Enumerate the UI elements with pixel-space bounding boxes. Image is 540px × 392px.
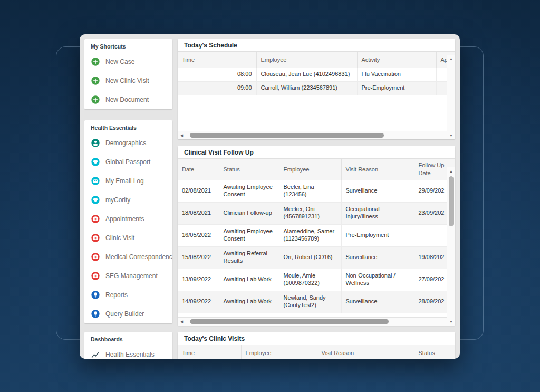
column-header-time[interactable]: Time (178, 52, 256, 68)
cell-visit-reason: Surveillance (341, 246, 414, 269)
medical-bag-icon (91, 252, 100, 262)
medical-bag-icon (91, 233, 100, 243)
column-header-visit-reason[interactable]: Visit Reason (317, 345, 414, 359)
sidebar-item-new-document[interactable]: New Document (84, 90, 172, 109)
column-header-employee[interactable]: Employee (279, 159, 341, 180)
sidebar-item-label: New Document (105, 96, 149, 103)
scrollbar-thumb[interactable] (449, 176, 454, 226)
cell-visit-reason: Non-Occupational / Wellness (341, 269, 414, 291)
cell-visit-reason: Surveillance (341, 291, 414, 313)
column-header-employee[interactable]: Employee (241, 345, 317, 359)
cell-employee: Alameddine, Samer (1123456789) (279, 224, 341, 246)
heart-icon (91, 195, 100, 205)
sidebar-item-label: Health Essentials (105, 351, 155, 358)
cell-status: Clinician Follow-up (219, 202, 279, 224)
scrollbar-thumb[interactable] (190, 319, 389, 324)
scroll-up-arrow-icon[interactable]: ▲ (447, 55, 455, 63)
background: My Shortcuts New Case New Clinic Visit N… (0, 0, 540, 392)
vertical-scrollbar[interactable]: ▲ ▼ (447, 55, 455, 139)
table-row[interactable]: 15/08/2022 Awaiting Referral Results Orr… (178, 246, 455, 269)
sidebar-item-dashboard-health-essentials[interactable]: Health Essentials (84, 345, 172, 359)
scroll-up-arrow-icon[interactable]: ▲ (447, 167, 455, 175)
sidebar-item-label: Medical Correspondence (105, 253, 172, 261)
sidebar-item-label: My Email Log (105, 177, 144, 185)
medical-bag-icon (91, 214, 100, 224)
horizontal-scrollbar[interactable]: ◀ ▶ (178, 131, 455, 139)
column-header-visit-reason[interactable]: Visit Reason (341, 159, 414, 180)
envelope-icon (91, 176, 100, 186)
sidebar-item-new-clinic-visit[interactable]: New Clinic Visit (84, 71, 172, 90)
sidebar-item-demographics[interactable]: Demographics (84, 133, 172, 152)
column-header-date[interactable]: Date (178, 159, 219, 180)
cell-employee: Newland, Sandy (CorityTest2) (279, 291, 341, 313)
sidebar-item-label: Query Builder (105, 310, 144, 318)
cell-date: 13/09/2022 (178, 269, 219, 291)
cell-date: 15/08/2022 (178, 246, 219, 269)
table-row[interactable]: 16/05/2022 Awaiting Employee Consent Ala… (178, 224, 455, 246)
column-header-status[interactable]: Status (219, 159, 279, 180)
horizontal-scrollbar[interactable]: ◀ ▶ (178, 317, 455, 326)
scroll-left-arrow-icon[interactable]: ◀ (178, 131, 186, 139)
todays-clinic-visits-panel: Today's Clinic Visits Time Employee Visi… (178, 332, 455, 359)
scroll-down-arrow-icon[interactable]: ▼ (447, 318, 455, 326)
app-window: My Shortcuts New Case New Clinic Visit N… (80, 34, 460, 359)
clinical-visit-follow-up-panel: Clinical Visit Follow Up Date Status Emp… (178, 146, 455, 326)
health-essentials-section: Health Essentials Demographics Global Pa… (84, 120, 172, 323)
column-header-status[interactable]: Status (414, 345, 455, 359)
medical-bag-icon (91, 271, 100, 281)
dashboard-main: Today's Schedule Time Employee Activity … (178, 39, 455, 359)
cell-employee: Moule, Amie (1009870322) (279, 269, 341, 291)
scrollbar-track[interactable] (186, 131, 447, 139)
clinical-visit-follow-up-table: Date Status Employee Visit Reason Follow… (178, 159, 455, 313)
scroll-left-arrow-icon[interactable]: ◀ (178, 318, 186, 326)
table-row[interactable]: 13/09/2022 Awaiting Lab Work Moule, Amie… (178, 269, 455, 291)
column-header-activity[interactable]: Activity (357, 52, 436, 68)
sidebar-item-label: New Case (105, 58, 134, 65)
table-row[interactable]: 08:00 Clouseau, Jean Luc (4102496831) Fl… (178, 68, 455, 81)
sidebar-item-label: Clinic Visit (105, 234, 134, 242)
sidebar-item-new-case[interactable]: New Case (84, 52, 172, 71)
lightbulb-icon (91, 309, 100, 319)
scrollbar-track[interactable] (447, 175, 455, 318)
panel-title-todays-clinic-visits: Today's Clinic Visits (178, 332, 455, 345)
sidebar-item-global-passport[interactable]: Global Passport (84, 152, 172, 171)
section-title-dashboards: Dashboards (84, 332, 172, 345)
table-row[interactable]: 09:00 Carroll, William (2234567891) Pre-… (178, 81, 455, 95)
table-row[interactable]: 18/08/2021 Clinician Follow-up Meeker, O… (178, 202, 455, 224)
heart-icon (91, 157, 100, 167)
sidebar-item-label: Demographics (105, 139, 146, 147)
cell-employee: Beeler, Lina (123456) (279, 180, 341, 202)
sidebar-item-label: Reports (105, 291, 128, 299)
sidebar-item-label: myCority (105, 196, 130, 204)
sidebar-item-appointments[interactable]: Appointments (84, 209, 172, 228)
sidebar-item-my-email-log[interactable]: My Email Log (84, 171, 172, 190)
cell-time: 09:00 (178, 81, 256, 95)
sidebar-item-reports[interactable]: Reports (84, 285, 172, 304)
column-header-time[interactable]: Time (178, 345, 241, 359)
table-row[interactable]: 14/09/2022 Awaiting Lab Work Newland, Sa… (178, 291, 455, 313)
sidebar-item-medical-correspondence[interactable]: Medical Correspondence (84, 247, 172, 266)
scrollbar-track[interactable] (447, 63, 455, 131)
scroll-down-arrow-icon[interactable]: ▼ (447, 131, 455, 139)
my-shortcuts-section: My Shortcuts New Case New Clinic Visit N… (84, 39, 172, 109)
sidebar-item-seg-management[interactable]: SEG Management (84, 266, 172, 285)
sidebar-item-mycority[interactable]: myCority (84, 190, 172, 209)
plus-circle-icon (91, 95, 100, 104)
column-header-employee[interactable]: Employee (256, 52, 357, 68)
cell-status: Awaiting Employee Consent (219, 224, 279, 246)
table-row[interactable]: 02/08/2021 Awaiting Employee Consent Bee… (178, 180, 455, 202)
cell-employee: Meeker, Oni (4567891231) (279, 202, 341, 224)
todays-schedule-panel: Today's Schedule Time Employee Activity … (178, 39, 455, 139)
sidebar-item-query-builder[interactable]: Query Builder (84, 304, 172, 323)
cell-visit-reason: Pre-Employment (341, 224, 414, 246)
cell-time: 08:00 (178, 68, 256, 81)
scrollbar-track[interactable] (186, 318, 447, 326)
sidebar-item-clinic-visit[interactable]: Clinic Visit (84, 228, 172, 247)
scrollbar-thumb[interactable] (190, 133, 384, 138)
cell-visit-reason: Occupational Injury/Illness (341, 202, 414, 224)
cell-status: Awaiting Employee Consent (219, 180, 279, 202)
cell-employee: Carroll, William (2234567891) (256, 81, 357, 95)
vertical-scrollbar[interactable]: ▲ ▼ (447, 167, 455, 326)
sidebar-item-label: Global Passport (105, 158, 150, 166)
line-chart-icon (91, 350, 100, 359)
